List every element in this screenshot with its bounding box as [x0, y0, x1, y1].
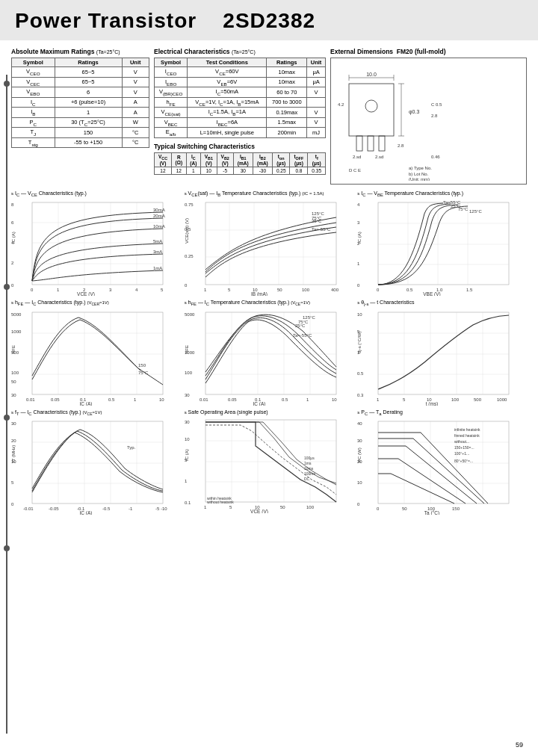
svg-rect-24 — [32, 202, 163, 285]
svg-text:75°C: 75°C — [298, 320, 309, 324]
svg-text:1000: 1000 — [11, 329, 22, 334]
svg-text:-1: -1 — [129, 506, 133, 511]
svg-text:5000: 5000 — [11, 312, 22, 317]
svg-text:0.46: 0.46 — [431, 155, 440, 159]
svg-text:20: 20 — [11, 439, 16, 443]
svg-text:40: 40 — [357, 421, 362, 426]
svg-text:IC (A): IC (A) — [253, 401, 265, 406]
main-content: Absolute Maximum Ratings (Ta=25°C) Symbo… — [0, 48, 538, 515]
elec-char-section: Electrical Characteristics (Ta=25°C) Sym… — [154, 48, 326, 185]
svg-text:75°C: 75°C — [312, 216, 322, 220]
svg-text:50: 50 — [277, 288, 282, 292]
svg-text:3: 3 — [357, 220, 360, 225]
switching-section: Typical Switching Characteristics VCC(V)… — [154, 143, 326, 175]
svg-text:C 0.5: C 0.5 — [431, 102, 442, 107]
svg-text:hFE: hFE — [11, 345, 16, 353]
chart-theta-t-svg: 0.3 0.5 1 5 10 1 5 10 100 500 1000 θj-s … — [357, 309, 514, 406]
svg-text:0.01: 0.01 — [26, 397, 35, 402]
svg-text:50: 50 — [280, 505, 285, 509]
svg-text:0.75: 0.75 — [185, 202, 194, 207]
chart-ic-vbe-temp: s IC — VBE Temperature Characteristics (… — [357, 190, 527, 296]
svg-text:-5 -10: -5 -10 — [155, 506, 167, 511]
svg-text:30: 30 — [11, 421, 16, 426]
left-dot-2 — [4, 284, 10, 290]
charts-row-3: s fT — IC Characteristics (typ.) (VCE=1V… — [11, 409, 527, 515]
chart-pc-ta-svg: infinite heatsink finned heatsink withou… — [357, 418, 514, 515]
svg-text:150+150=...: 150+150=... — [454, 445, 474, 450]
chart-hfe-ic-temp-svg: Ta=-55°C 25°C 75°C 125°C 30 100 1000 500… — [185, 309, 341, 406]
chart-ic-vce: s IC — VCE Characteristics (typ.) — [11, 190, 181, 296]
chart-pc-ta: s PC — Ta Derating infinite heatsink — [357, 409, 527, 515]
svg-text:infinite heatsink: infinite heatsink — [454, 427, 480, 432]
svg-text:0: 0 — [185, 283, 188, 288]
svg-text:b) Lot No.: b) Lot No. — [409, 172, 429, 176]
svg-text:0.05: 0.05 — [51, 397, 60, 402]
svg-rect-0 — [349, 84, 394, 136]
svg-text:2.8: 2.8 — [398, 143, 404, 148]
table-row: IC+6 (pulse=10)A — [12, 97, 149, 108]
chart-soa: s Safe Operating Area (single pulse) — [185, 409, 354, 515]
chart-vce-sat-svg: Ta=-55°C 25°C 75°C 125°C 0 0.25 0.5 0.75… — [185, 199, 341, 296]
svg-text:VCE (V): VCE (V) — [250, 509, 268, 513]
svg-text:2.8: 2.8 — [431, 114, 438, 118]
col-unit: Unit — [122, 58, 149, 67]
chart-ic-vbe-svg: Ta=55°C 25°C 75°C 125°C 0 1 2 3 4 0 0.5 … — [357, 199, 514, 296]
svg-text:5: 5 — [228, 288, 231, 292]
svg-text:IC (A): IC (A) — [80, 510, 93, 515]
top-section: Absolute Maximum Ratings (Ta=25°C) Symbo… — [11, 48, 527, 185]
svg-text:VCE(sat) (V): VCE(sat) (V) — [185, 218, 189, 244]
elec-char-subtitle: (Ta=25°C) — [232, 49, 256, 55]
svg-text:-0.01: -0.01 — [23, 506, 34, 511]
chart-soa-svg: 100μs 1ms 10ms 100ms DC 0.1 1 5 10 30 1 … — [185, 416, 341, 513]
svg-text:10mA: 10mA — [153, 224, 165, 229]
svg-text:0: 0 — [357, 502, 360, 506]
svg-text:50: 50 — [402, 506, 407, 511]
svg-text:30: 30 — [185, 420, 190, 424]
svg-text:4: 4 — [135, 288, 138, 292]
dimension-drawing: 10.0 φ0.3 2.8 2.sd 2.sd 0.46 4.2 C 0.5 2… — [334, 61, 454, 181]
chart-ft-ic: s fT — IC Characteristics (typ.) (VCE=1V… — [11, 409, 181, 515]
svg-text:DC: DC — [304, 477, 310, 481]
left-dot-4 — [4, 545, 10, 551]
svg-text:75°C: 75°C — [458, 207, 469, 211]
chart-hfe-ic-temp: s hFE — IC Temperature Characteristics (… — [185, 300, 354, 405]
svg-text:0: 0 — [11, 502, 14, 506]
chart-ft-ic-svg: Typ. 0 5 10 20 30 -0.01 -0.05 -0.1 -0.5 … — [11, 418, 168, 515]
svg-text:30: 30 — [11, 393, 16, 397]
svg-text:VBE (V): VBE (V) — [424, 291, 441, 296]
svg-text:1ms: 1ms — [304, 461, 312, 465]
svg-text:fT (MHz): fT (MHz) — [11, 445, 16, 462]
switching-table: VCC(V) R(Ω) IC(A) VB1(V) VB2(V) IB1(mA) … — [154, 152, 326, 175]
svg-text:finned heatsink: finned heatsink — [454, 433, 480, 438]
svg-text:10: 10 — [159, 397, 164, 402]
svg-text:30mA: 30mA — [153, 208, 165, 212]
elec-char-table: Symbol Test Conditions Ratings Unit ICEO… — [154, 58, 326, 138]
svg-text:Typ.: Typ. — [127, 445, 136, 450]
svg-text:(Unit: mm): (Unit: mm) — [409, 177, 430, 181]
svg-text:10ms: 10ms — [304, 466, 314, 471]
svg-text:10: 10 — [332, 397, 337, 402]
svg-text:1.5: 1.5 — [466, 288, 473, 292]
table-row: PC30 (TC=25°C)W — [12, 117, 149, 128]
svg-text:0: 0 — [377, 506, 380, 511]
svg-text:6: 6 — [11, 220, 14, 225]
switching-title: Typical Switching Characteristics — [154, 143, 326, 150]
svg-text:125°C: 125°C — [303, 315, 315, 320]
svg-text:1: 1 — [204, 288, 207, 292]
svg-text:3: 3 — [109, 288, 112, 292]
charts-row-1: s IC — VCE Characteristics (typ.) — [11, 190, 527, 296]
col-symbol: Symbol — [12, 58, 55, 67]
chart-hfe-ic-title: s hFE — IC Characteristics (typ.) (VCER=… — [11, 300, 181, 306]
svg-rect-187 — [205, 420, 336, 502]
chart-theta-t: s θj-s — t Characteristics 0.3 0.5 1 5 1… — [357, 300, 527, 405]
abs-max-subtitle: (Ta=25°C) — [96, 49, 120, 55]
svg-text:0.01: 0.01 — [200, 397, 208, 402]
svg-text:PC (W): PC (W) — [357, 448, 362, 463]
svg-text:1: 1 — [134, 397, 137, 402]
table-row: TJ150°C — [12, 128, 149, 138]
svg-text:80°+50°=...: 80°+50°=... — [454, 459, 473, 463]
svg-text:5: 5 — [229, 505, 232, 509]
svg-text:θj-s (°C/W): θj-s (°C/W) — [357, 331, 362, 353]
svg-rect-214 — [378, 421, 509, 504]
svg-text:0.5: 0.5 — [108, 397, 115, 402]
